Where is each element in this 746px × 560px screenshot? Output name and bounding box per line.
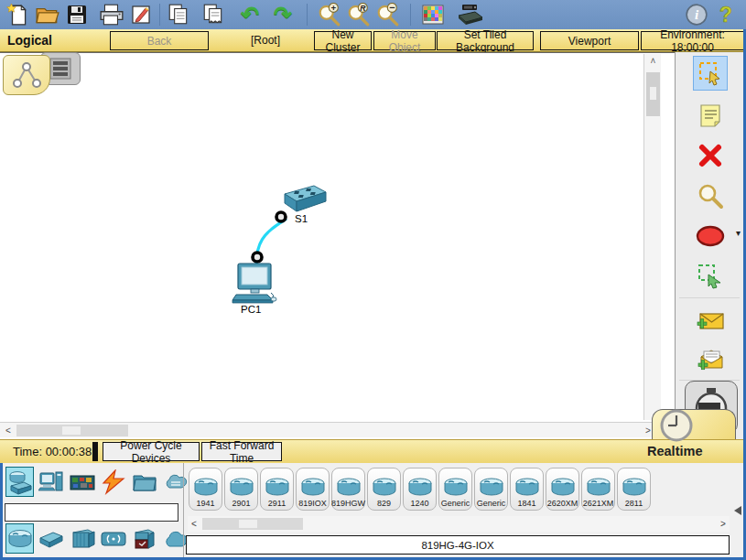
fast-forward-time-button[interactable]: Fast Forward Time [201,442,282,461]
subcategory-routers[interactable] [5,523,34,554]
device-filter-input[interactable] [5,503,178,522]
new-file-icon[interactable] [4,2,33,27]
move-object-button[interactable]: Move Object [373,31,436,50]
svg-text:−: − [389,3,395,13]
pc-icon [231,262,278,306]
copy-icon[interactable] [164,2,193,27]
statusbar-splitter[interactable] [92,442,98,461]
inspect-tool[interactable] [693,178,728,213]
palette-collapse-strip[interactable] [732,463,743,557]
power-cycle-devices-button[interactable]: Power Cycle Devices [103,442,200,461]
tab-logical-view[interactable] [3,55,50,95]
category-miscellaneous[interactable] [130,467,158,497]
device-palette: 1941 2901 2911 819IOX 819HGW 829 1240 G [0,463,746,560]
model-item[interactable]: 2811 [617,468,651,511]
palette-separator [183,463,184,557]
realtime-clock-icon [659,408,694,446]
model-item[interactable]: 2901 [224,468,258,511]
category-end-devices[interactable] [37,467,65,497]
model-list: 1941 2901 2911 819IOX 819HGW 829 1240 G [189,468,651,511]
collapse-left-icon [733,505,742,516]
back-button[interactable]: Back [110,31,209,50]
device-pc[interactable] [231,262,278,308]
workspace-canvas[interactable] [0,52,675,439]
help-icon[interactable]: ? [711,2,741,27]
environment-button[interactable]: Environment: 18:00:00 [641,31,744,50]
activity-wizard-icon[interactable] [126,2,156,27]
mode-label: Realtime [647,444,702,458]
router-icon [7,528,33,550]
delete-tool[interactable] [693,138,728,173]
add-complex-pdu-tool[interactable] [693,343,728,378]
model-list-scrollbar[interactable]: ˂ ˃ [188,516,730,532]
place-note-tool[interactable] [693,98,728,133]
folder-icon [132,469,157,495]
open-envelope-plus-icon [696,348,725,373]
subcategory-security[interactable] [130,523,158,554]
scrollbar-thumb[interactable] [646,72,660,116]
paste-icon[interactable] [199,2,228,27]
svg-text:R: R [360,4,366,13]
topology-icon [9,60,44,90]
model-item[interactable]: 2620XM [546,468,579,511]
custom-devices-dialog-icon[interactable] [455,2,484,27]
device-switch[interactable] [277,183,329,217]
draw-shape-tool[interactable] [693,219,728,253]
category-row [5,467,189,497]
redo-icon[interactable]: ↷ [268,2,297,27]
category-multiuser[interactable] [161,467,189,497]
switch-small-icon [38,528,64,550]
viewport-button[interactable]: Viewport [540,31,639,50]
save-icon[interactable] [62,2,92,27]
scrollbar-thumb[interactable] [202,518,303,530]
open-file-icon[interactable] [33,2,62,27]
select-tool[interactable] [693,56,728,91]
model-item[interactable]: 819HGW [331,468,365,511]
category-connections[interactable] [99,467,127,497]
model-item[interactable]: 829 [367,468,401,511]
print-icon[interactable] [97,2,126,27]
resize-shape-tool[interactable] [693,259,728,294]
canvas-vertical-scrollbar[interactable]: ˄ [643,54,661,420]
device-label-pc1: PC1 [241,304,261,315]
category-components[interactable] [68,467,96,497]
model-item[interactable]: Generic [474,468,508,511]
model-item[interactable]: 1240 [403,468,437,511]
set-tiled-background-button[interactable]: Set Tiled Background [437,31,534,50]
scroll-left-icon[interactable]: ˂ [188,517,200,531]
root-label: [Root] [220,34,311,47]
scroll-right-icon[interactable]: ˃ [717,517,730,531]
scrollbar-thumb[interactable] [16,425,128,436]
subcategory-hubs[interactable] [68,523,96,554]
note-icon [697,102,723,128]
model-item[interactable]: 1941 [189,468,222,511]
zoom-out-icon[interactable]: − [373,2,403,27]
subcategory-wireless-devices[interactable] [99,523,127,554]
model-item[interactable]: 1841 [510,468,544,511]
view-bar: Logical Back [Root] New Cluster Move Obj… [0,29,746,52]
shape-dropdown-caret-icon[interactable]: ▾ [736,228,741,238]
subcategory-switches[interactable] [37,523,65,554]
scroll-up-icon[interactable]: ˄ [644,54,662,69]
new-cluster-button[interactable]: New Cluster [314,31,372,50]
canvas-horizontal-scrollbar[interactable]: ˂ ˃ [0,422,661,437]
drawing-palette-icon[interactable] [418,2,448,27]
scroll-left-icon[interactable]: ˂ [1,424,16,437]
zoom-reset-icon[interactable]: R [344,2,373,27]
sidebar-separator [679,297,740,298]
security-icon [133,527,157,551]
device-label-s1: S1 [295,213,308,224]
model-item[interactable]: 819IOX [296,468,330,511]
zoom-in-icon[interactable]: + [315,2,344,27]
magnifier-icon [697,182,724,210]
info-icon[interactable]: i [682,2,711,27]
hub-icon [70,527,95,551]
category-network-devices[interactable] [5,467,34,497]
model-item[interactable]: 2911 [260,468,294,511]
wireless-icon [100,528,127,550]
envelope-plus-icon [696,310,725,334]
model-item[interactable]: 2621XM [581,468,615,511]
model-item[interactable]: Generic [438,468,472,511]
undo-icon[interactable]: ↶ [235,2,265,27]
add-simple-pdu-tool[interactable] [693,305,728,339]
